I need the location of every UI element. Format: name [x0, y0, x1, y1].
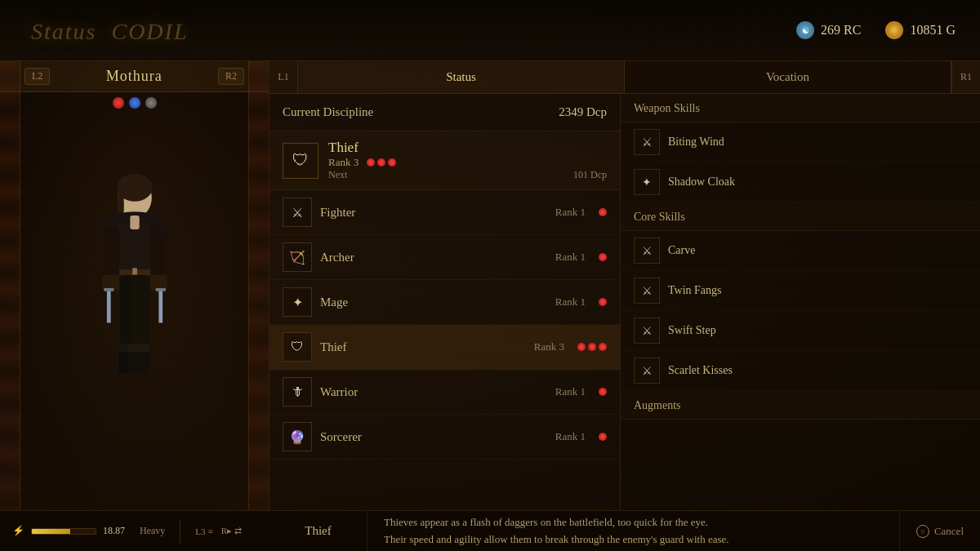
r-button[interactable]: R▸ ⇄	[221, 526, 242, 536]
weight-bar	[31, 528, 96, 535]
svg-rect-11	[106, 288, 110, 323]
subtitle-text: CODIL	[111, 19, 188, 44]
voc-name-sorcerer: Sorcerer	[320, 430, 547, 444]
cancel-button[interactable]: ○ Cancel	[899, 511, 980, 551]
l3-button[interactable]: L3 ≡	[195, 527, 212, 536]
discipline-header: Current Discipline 2349 Dcp	[270, 94, 620, 131]
bottom-bar: Thief Thieves appear as a flash of dagge…	[270, 510, 980, 551]
rc-currency: ☯ 269 RC	[796, 21, 861, 39]
character-figure	[24, 127, 244, 478]
discipline-title: Current Discipline	[283, 105, 373, 119]
list-item[interactable]: 🛡 Thief Rank 3	[270, 325, 620, 370]
rank-dots	[367, 158, 396, 167]
next-label: Next	[328, 169, 347, 181]
list-item[interactable]: ⚔ Scarlet Kisses	[621, 351, 980, 391]
voc-rank-archer: Rank 1	[555, 251, 586, 264]
voc-rank-fighter: Rank 1	[555, 206, 586, 219]
svg-rect-2	[118, 186, 124, 213]
disc-info: Thief Rank 3 Next 101 Dcp	[328, 140, 607, 181]
core-skills-title: Core Skills	[621, 202, 980, 231]
voc-rank-sorcerer: Rank 1	[555, 430, 586, 443]
svg-rect-14	[155, 288, 165, 291]
gold-amount: 10851 G	[910, 23, 956, 38]
svg-rect-7	[104, 226, 119, 280]
active-disc-icon: 🛡	[283, 143, 318, 179]
discipline-panel: Current Discipline 2349 Dcp 🛡 Thief Rank…	[270, 94, 621, 510]
rank-dots-sorcerer	[599, 433, 607, 441]
skill-name-scarlet-kisses: Scarlet Kisses	[668, 364, 733, 377]
skills-panel: Weapon Skills ⚔ Biting Wind ✦ Shadow Clo…	[621, 94, 980, 510]
header: Status CODIL ☯ 269 RC 10851 G	[0, 0, 980, 61]
tab-vocation[interactable]: Vocation	[625, 61, 951, 93]
list-item[interactable]: 🏹 Archer Rank 1	[270, 235, 620, 280]
character-svg	[45, 155, 225, 449]
left-bottom-bar: ⚡ 18.87 Heavy L3 ≡ R▸ ⇄	[0, 510, 270, 551]
skill-name-swift-step: Swift Step	[668, 324, 716, 337]
skill-name-twin-fangs: Twin Fangs	[668, 284, 722, 297]
cancel-icon: ○	[916, 525, 929, 538]
rank-dot-2	[377, 158, 385, 167]
svg-rect-8	[149, 226, 165, 280]
active-disc-name: Thief	[328, 140, 607, 156]
voc-rank-warrior: Rank 1	[555, 385, 586, 398]
vocation-list: ⚔ Fighter Rank 1 🏹 Archer Rank 1	[270, 190, 620, 510]
disc-rank-label: Rank 3	[328, 156, 359, 169]
skill-icon-scarlet-kisses: ⚔	[634, 358, 660, 384]
vine-border-left	[0, 61, 20, 510]
rank-dots-mage	[599, 298, 607, 306]
bottom-class-name: Thief	[270, 511, 368, 551]
tab-nav-r1[interactable]: R1	[951, 61, 980, 93]
rank-dot	[599, 208, 607, 216]
discipline-dcp: 2349 Dcp	[559, 105, 607, 119]
title-text: Status	[31, 19, 96, 44]
list-item[interactable]: ⚔ Biting Wind	[621, 122, 980, 162]
list-item[interactable]: ⚔ Carve	[621, 231, 980, 271]
skill-icon-twin-fangs: ⚔	[634, 278, 660, 304]
rc-amount: 269 RC	[821, 23, 861, 38]
voc-rank-mage: Rank 1	[555, 295, 586, 309]
list-item[interactable]: ⚔ Swift Step	[621, 311, 980, 351]
skill-icon-shadow-cloak: ✦	[634, 169, 660, 195]
svg-rect-12	[104, 288, 114, 291]
vine-border-right	[248, 61, 269, 510]
voc-name-archer: Archer	[320, 251, 547, 264]
list-item[interactable]: 🗡 Warrior Rank 1	[270, 370, 620, 415]
list-item[interactable]: 🔮 Sorcerer Rank 1	[270, 415, 620, 460]
page-title: Status CODIL	[24, 16, 796, 46]
list-item[interactable]: ⚔ Fighter Rank 1	[270, 190, 620, 235]
skill-name-shadow-cloak: Shadow Cloak	[668, 176, 735, 189]
r-label: R▸	[221, 526, 232, 536]
voc-rank-thief: Rank 3	[534, 340, 564, 353]
tab-nav-l1[interactable]: L1	[270, 61, 298, 93]
weight-fill	[32, 529, 70, 534]
rank-dot	[599, 298, 607, 306]
currency-area: ☯ 269 RC 10851 G	[796, 21, 956, 39]
svg-rect-13	[158, 288, 163, 323]
swap-icon: ⇄	[234, 526, 242, 536]
cancel-label: Cancel	[934, 525, 964, 538]
desc-line1: Thieves appear as a flash of daggers on …	[384, 514, 883, 531]
tab-status[interactable]: Status	[298, 61, 625, 93]
disc-next-row: Next 101 Dcp	[328, 169, 607, 181]
list-item[interactable]: ✦ Shadow Cloak	[621, 162, 980, 202]
augments-title: Augments	[621, 391, 980, 420]
rank-dot-3	[388, 158, 396, 167]
rank-dots-warrior	[599, 388, 607, 396]
list-item[interactable]: ✦ Mage Rank 1	[270, 280, 620, 325]
desc-line2: Their speed and agility allow them to br…	[384, 531, 883, 549]
voc-icon-archer: 🏹	[283, 242, 312, 272]
rc-icon: ☯	[796, 21, 814, 39]
skill-name-biting-wind: Biting Wind	[668, 136, 724, 149]
active-disc-inner: 🛡 Thief Rank 3 Next	[283, 140, 607, 181]
svg-rect-16	[130, 275, 149, 353]
list-item[interactable]: ⚔ Twin Fangs	[621, 271, 980, 311]
skill-icon-carve: ⚔	[634, 238, 660, 264]
rank-dots-fighter	[599, 208, 607, 216]
rank-dot	[599, 253, 607, 261]
bottom-description: Thieves appear as a flash of daggers on …	[368, 514, 899, 549]
rank-dot	[577, 343, 586, 351]
skill-name-carve: Carve	[668, 244, 695, 257]
weight-label: Heavy	[140, 525, 165, 537]
svg-rect-4	[118, 224, 152, 275]
voc-name-warrior: Warrior	[320, 385, 547, 399]
